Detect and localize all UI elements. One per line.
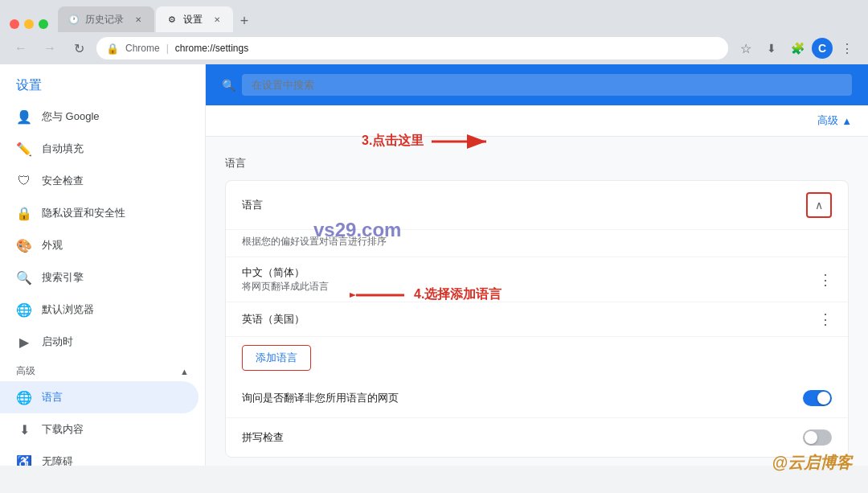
close-button[interactable] [10, 19, 19, 29]
sidebar-item-privacy[interactable]: 🔒 隐私设置和安全性 [0, 197, 199, 229]
spellcheck-row: 拼写检查 [226, 418, 848, 457]
address-origin: Chrome [125, 43, 160, 54]
language-icon: 🌐 [16, 389, 32, 405]
search-engine-icon: 🔍 [16, 269, 32, 286]
advanced-toggle-button[interactable]: 高级 ▲ [817, 113, 852, 128]
sidebar-item-google[interactable]: 👤 您与 Google [0, 101, 199, 133]
sidebar: 设置 👤 您与 Google ✏️ 自动填充 🛡 安全检查 🔒 隐私设置和安全性… [0, 64, 206, 466]
english-lang-info: 英语（美国） [242, 312, 305, 327]
sidebar-item-appearance-label: 外观 [42, 238, 63, 253]
address-bar-row: ← → ↻ 🔒 Chrome | chrome://settings ☆ ⬇ 🧩… [0, 32, 868, 64]
main-content: 🔍 高级 ▲ 语言 语言 [206, 64, 868, 466]
spellcheck-toggle[interactable] [803, 429, 832, 446]
tab-settings-title: 设置 [183, 13, 203, 27]
startup-icon: ▶ [16, 334, 32, 350]
more-menu-button[interactable]: ⋮ [836, 37, 858, 60]
sidebar-item-download-label: 下载内容 [42, 422, 84, 437]
sidebar-title: 设置 [16, 77, 189, 94]
sidebar-item-accessibility[interactable]: ♿ 无障碍 [0, 446, 199, 466]
advanced-btn-label: 高级 [817, 113, 838, 128]
back-button[interactable]: ← [10, 37, 32, 60]
add-language-button[interactable]: 添加语言 [242, 345, 311, 371]
sidebar-item-language-label: 语言 [42, 390, 63, 405]
language-sort-text: 根据您的偏好设置对语言进行排序 [242, 235, 832, 249]
tab-history-close[interactable]: ✕ [132, 13, 145, 26]
advanced-section-label: 高级 [16, 364, 35, 378]
profile-avatar[interactable]: C [812, 38, 833, 59]
reload-button[interactable]: ↻ [68, 37, 90, 60]
tab-history-title: 历史记录 [85, 13, 124, 27]
traffic-lights [10, 19, 48, 29]
add-lang-row: 添加语言 [226, 337, 848, 379]
language-section-title: 语言 [225, 150, 849, 174]
settings-favicon: ⚙ [166, 13, 178, 26]
settings-search-input[interactable] [242, 74, 852, 96]
sidebar-item-language[interactable]: 🌐 语言 [0, 381, 199, 413]
address-path: chrome://settings [175, 43, 248, 54]
address-favicon: 🔒 [106, 43, 119, 55]
language-item-english: 英语（美国） ⋮ [226, 302, 848, 337]
english-lang-menu[interactable]: ⋮ [818, 310, 832, 328]
search-bar-area: 🔍 [206, 64, 868, 105]
sidebar-item-download[interactable]: ⬇ 下载内容 [0, 413, 199, 446]
forward-button[interactable]: → [39, 37, 61, 60]
bookmark-button[interactable]: ☆ [735, 37, 757, 60]
language-row-title: 语言 [242, 198, 263, 212]
sidebar-advanced-section[interactable]: 高级 ▲ [0, 358, 205, 381]
spellcheck-label: 拼写检查 [242, 430, 284, 445]
sidebar-item-search[interactable]: 🔍 搜索引擎 [0, 261, 199, 294]
language-header-label: 语言 [242, 198, 263, 212]
chinese-lang-desc: 将网页翻译成此语言 [242, 280, 329, 294]
language-item-chinese: 中文（简体） 将网页翻译成此语言 ⋮ [226, 257, 848, 302]
tab-settings[interactable]: ⚙ 设置 ✕ [156, 6, 233, 32]
browser-chrome: 🕐 历史记录 ✕ ⚙ 设置 ✕ + ← → ↻ 🔒 Chrome | chrom… [0, 0, 868, 64]
sidebar-header: 设置 [0, 64, 205, 101]
sidebar-item-browser[interactable]: 🌐 默认浏览器 [0, 294, 199, 326]
translate-label: 询问是否翻译非您所用语言的网页 [242, 391, 399, 405]
chinese-lang-name: 中文（简体） [242, 265, 329, 280]
extension-icon[interactable]: 🧩 [786, 37, 809, 60]
page-wrapper: 🕐 历史记录 ✕ ⚙ 设置 ✕ + ← → ↻ 🔒 Chrome | chrom… [0, 0, 868, 493]
profile-download-icon[interactable]: ⬇ [760, 37, 783, 60]
translate-row: 询问是否翻译非您所用语言的网页 [226, 379, 848, 418]
chinese-lang-menu[interactable]: ⋮ [818, 271, 832, 289]
autofill-icon: ✏️ [16, 141, 32, 157]
tab-settings-close[interactable]: ✕ [211, 13, 223, 26]
language-expand-action: ∧ [806, 192, 832, 218]
privacy-icon: 🔒 [16, 205, 32, 221]
sidebar-item-safety-label: 安全检查 [42, 174, 84, 188]
english-lang-name: 英语（美国） [242, 312, 305, 327]
sidebar-item-browser-label: 默认浏览器 [42, 302, 94, 317]
toolbar-icons: ☆ ⬇ 🧩 C ⋮ [735, 37, 858, 60]
maximize-button[interactable] [39, 19, 48, 29]
advanced-collapse-icon: ▲ [180, 367, 189, 376]
sidebar-item-accessibility-label: 无障碍 [42, 454, 73, 466]
advanced-toggle-bar: 高级 ▲ [206, 105, 868, 137]
sidebar-item-startup[interactable]: ▶ 启动时 [0, 326, 199, 358]
person-icon: 👤 [16, 109, 32, 125]
advanced-btn-icon: ▲ [841, 115, 852, 127]
translate-toggle[interactable] [803, 390, 832, 406]
accessibility-icon: ♿ [16, 454, 32, 466]
sidebar-item-google-label: 您与 Google [42, 109, 100, 124]
language-header-row: 语言 ∧ [226, 181, 848, 230]
sidebar-item-autofill-label: 自动填充 [42, 142, 84, 156]
sidebar-item-privacy-label: 隐私设置和安全性 [42, 206, 125, 220]
minimize-button[interactable] [24, 19, 34, 29]
download-icon: ⬇ [16, 421, 32, 438]
tab-history[interactable]: 🕐 历史记录 ✕ [58, 6, 154, 32]
settings-page: 设置 👤 您与 Google ✏️ 自动填充 🛡 安全检查 🔒 隐私设置和安全性… [0, 64, 868, 466]
sidebar-item-safety[interactable]: 🛡 安全检查 [0, 165, 199, 197]
sidebar-item-autofill[interactable]: ✏️ 自动填充 [0, 133, 199, 165]
history-favicon: 🕐 [68, 13, 80, 26]
default-browser-icon: 🌐 [16, 302, 32, 318]
address-bar[interactable]: 🔒 Chrome | chrome://settings [96, 37, 728, 60]
address-separator: | [166, 43, 169, 54]
language-card: 语言 ∧ 根据您的偏好设置对语言进行排序 中文（简体） [225, 180, 849, 458]
new-tab-button[interactable]: + [233, 10, 256, 32]
search-icon-header: 🔍 [222, 79, 235, 92]
language-sort-desc: 根据您的偏好设置对语言进行排序 [226, 230, 848, 257]
sidebar-item-search-label: 搜索引擎 [42, 270, 84, 285]
sidebar-item-appearance[interactable]: 🎨 外观 [0, 229, 199, 261]
language-expand-button[interactable]: ∧ [806, 192, 832, 218]
